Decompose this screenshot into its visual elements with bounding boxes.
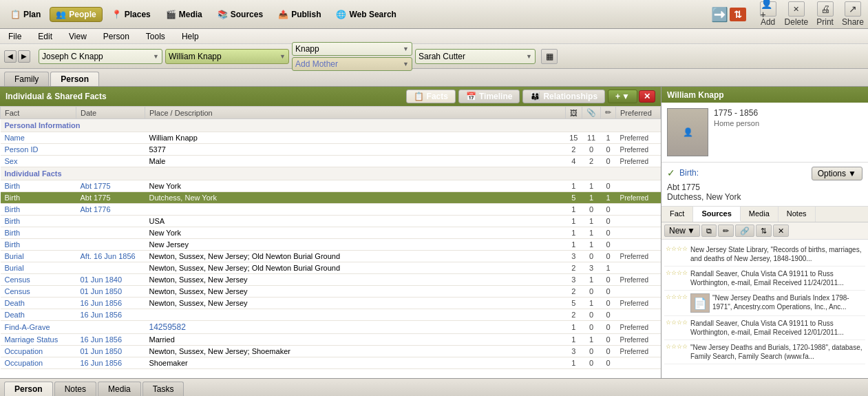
table-row[interactable]: Death 16 Jun 1856 Newton, Sussex, New Je… — [1, 298, 661, 309]
table-row[interactable]: Death 16 Jun 1856 2 0 0 — [1, 309, 661, 321]
list-item[interactable]: ☆☆☆☆ 📄 "New Jersey Deaths and Burials In… — [664, 291, 865, 316]
relationships-tab-button[interactable]: 👨‍👩‍👦 Relationships — [522, 90, 605, 103]
people-button[interactable]: 👥 People — [50, 7, 102, 22]
facts-tab-button[interactable]: 📋 Facts — [406, 90, 456, 103]
right-tab-media[interactable]: Media — [741, 207, 779, 222]
list-item[interactable]: ☆☆☆☆ New Jersey State Library, "Records … — [664, 242, 865, 267]
num3-cell: 0 — [601, 346, 616, 357]
table-row[interactable]: Find-A-Grave 14259582 1 0 0 Preferred — [1, 321, 661, 334]
media-button[interactable]: 🎬 Media — [160, 7, 209, 22]
bottom-tab-tasks[interactable]: Tasks — [142, 382, 184, 396]
table-row[interactable]: Marriage Status 16 Jun 1856 Married 1 1 … — [1, 334, 661, 346]
pref-cell — [616, 180, 661, 192]
table-row[interactable]: Census 01 Jun 1850 Newton, Sussex, New J… — [1, 286, 661, 298]
sources-button[interactable]: 📚 Sources — [211, 7, 269, 22]
num3-cell: 0 — [601, 156, 616, 167]
websearch-button[interactable]: 🌐 Web Search — [330, 7, 402, 22]
num1-cell: 1 — [565, 239, 582, 251]
person-selector-2[interactable]: William Knapp ▼ — [165, 49, 289, 64]
tab-person[interactable]: Person — [50, 72, 99, 86]
right-tab-sources[interactable]: Sources — [693, 207, 740, 222]
link-source-button[interactable]: 🔗 — [735, 225, 754, 237]
table-row[interactable]: Birth USA 1 1 0 — [1, 216, 661, 227]
delete-button[interactable]: ✕ Delete — [785, 1, 809, 27]
fact-link[interactable]: 14259582 — [149, 322, 186, 332]
table-row[interactable]: Birth Abt 1775 Dutchess, New York 5 1 1 … — [1, 192, 661, 204]
right-tab-fact[interactable]: Fact — [661, 207, 693, 222]
print-button[interactable]: 🖨 Print — [816, 1, 834, 27]
birth-date-value: Abt 1775 — [667, 183, 862, 192]
new-source-button[interactable]: New ▼ — [664, 225, 700, 237]
table-row[interactable]: Birth New York 1 1 0 — [1, 227, 661, 239]
table-row[interactable]: Burial Aft. 16 Jun 1856 Newton, Sussex, … — [1, 251, 661, 262]
menu-person[interactable]: Person — [100, 31, 132, 42]
table-row[interactable]: Name William Knapp 15 11 1 Preferred — [1, 132, 661, 144]
sync-button[interactable]: ⇅ — [730, 8, 746, 21]
place-cell: Newton, Sussex, New Jersey; Old Newton B… — [145, 251, 566, 262]
right-tab-notes[interactable]: Notes — [779, 207, 816, 222]
bottom-tab-person[interactable]: Person — [4, 382, 53, 396]
menu-view[interactable]: View — [66, 31, 89, 42]
share-button[interactable]: ↗ Share — [842, 1, 864, 27]
publish-button[interactable]: 📤 Publish — [272, 7, 327, 22]
table-row[interactable]: Sex Male 4 2 0 Preferred — [1, 156, 661, 167]
menu-tools[interactable]: Tools — [143, 31, 168, 42]
sort-source-button[interactable]: ⇅ — [756, 225, 772, 237]
dropdown-arrow-3a: ▼ — [403, 45, 409, 52]
table-row[interactable]: Birth Abt 1775 New York 1 1 0 — [1, 180, 661, 192]
num1-cell: 2 — [565, 262, 582, 274]
table-row[interactable]: Person ID 5377 2 0 0 Preferred — [1, 144, 661, 156]
table-row[interactable]: Burial Newton, Sussex, New Jersey; Old N… — [1, 262, 661, 274]
pref-cell: Preferred — [616, 144, 661, 156]
add-mother-selector[interactable]: Add Mother ▼ — [292, 57, 412, 71]
go-button[interactable]: ➡️ — [711, 6, 728, 23]
table-row[interactable]: Birth New Jersey 1 1 0 — [1, 239, 661, 251]
tab-family[interactable]: Family — [4, 72, 49, 86]
menu-help[interactable]: Help — [179, 31, 202, 42]
edit-source-button[interactable]: ✏ — [718, 225, 734, 237]
list-item[interactable]: ☆☆☆☆ Randall Seaver, Chula Vista CA 9191… — [664, 316, 865, 340]
table-row[interactable]: Census 01 Jun 1840 Newton, Sussex, New J… — [1, 274, 661, 286]
delete-source-button[interactable]: ✕ — [773, 225, 789, 237]
pref-cell: Preferred — [616, 132, 661, 144]
nav-back[interactable]: ◀ — [4, 50, 17, 63]
timeline-tab-button[interactable]: 📅 Timeline — [458, 90, 520, 103]
num1-cell: 1 — [565, 321, 582, 334]
list-item[interactable]: ☆☆☆☆ Randall Seaver, Chula Vista CA 9191… — [664, 267, 865, 291]
table-row[interactable]: Birth Abt 1776 1 0 0 — [1, 204, 661, 216]
list-item[interactable]: ☆☆☆☆ "New Jersey Deaths and Burials, 172… — [664, 340, 865, 364]
fact-cell: Person ID — [1, 144, 76, 156]
knapp-top-selector[interactable]: Knapp ▼ — [292, 42, 412, 56]
menu-file[interactable]: File — [6, 31, 24, 42]
date-cell: 01 Jun 1850 — [76, 346, 145, 357]
person-selector-1[interactable]: Joseph C Knapp ▼ — [39, 49, 162, 64]
person-dates: 1775 - 1856 — [714, 108, 759, 118]
websearch-icon: 🌐 — [336, 10, 346, 19]
source-text: Randall Seaver, Chula Vista CA 91911 to … — [690, 319, 864, 337]
person-info-section: 👤 1775 - 1856 Home person — [661, 103, 868, 163]
selector-grid-button[interactable]: ▦ — [541, 49, 558, 64]
place-cell: 5377 — [145, 144, 566, 156]
date-cell — [76, 227, 145, 239]
menu-bar: File Edit View Person Tools Help — [0, 29, 868, 44]
num3-cell: 1 — [601, 132, 616, 144]
nav-forward[interactable]: ▶ — [18, 50, 30, 63]
table-row[interactable]: Occupation 01 Jun 1850 Newton, Sussex, N… — [1, 346, 661, 357]
sarah-selector[interactable]: Sarah Cutter ▼ — [415, 49, 536, 64]
places-button[interactable]: 📍 Places — [105, 7, 157, 22]
add-person-button[interactable]: 👤+ Add — [760, 1, 776, 27]
plan-button[interactable]: 📋 Plan — [4, 7, 47, 22]
add-fact-button[interactable]: + ▼ — [608, 90, 637, 103]
bottom-tab-notes[interactable]: Notes — [54, 382, 96, 396]
silhouette-icon: 👤 — [683, 127, 693, 137]
bottom-tab-media[interactable]: Media — [98, 382, 141, 396]
source-text: "New Jersey Deaths and Burials, 1720-198… — [690, 343, 864, 361]
num2-cell: 11 — [582, 132, 601, 144]
options-button[interactable]: Options ▼ — [812, 167, 862, 180]
copy-source-button[interactable]: ⧉ — [701, 225, 717, 237]
remove-fact-button[interactable]: ✕ — [639, 90, 655, 103]
plan-icon: 📋 — [10, 10, 21, 19]
num2-cell: 1 — [582, 239, 601, 251]
table-row[interactable]: Occupation 16 Jun 1856 Shoemaker 1 0 0 — [1, 357, 661, 369]
menu-edit[interactable]: Edit — [35, 31, 55, 42]
